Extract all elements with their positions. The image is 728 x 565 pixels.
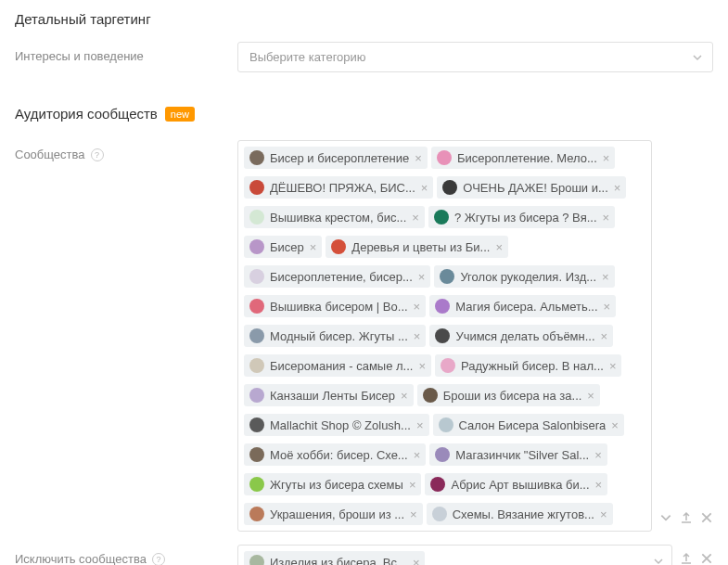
- community-tag: Броши из бисера на за...×: [417, 384, 600, 406]
- upload-icon[interactable]: [680, 552, 693, 565]
- community-tag-label: ОЧЕНЬ ДАЖЕ! Броши и...: [463, 181, 607, 195]
- community-tag-label: Изделия из бисера. Вс...: [270, 556, 407, 566]
- tag-remove-icon[interactable]: ×: [416, 418, 424, 432]
- tag-remove-icon[interactable]: ×: [421, 181, 428, 195]
- communities-label: Сообщества: [15, 148, 85, 161]
- close-icon[interactable]: [700, 511, 713, 524]
- community-tag: Бисероплетение. Мело...×: [431, 147, 616, 169]
- community-tag-label: Учимся делать объёмн...: [455, 329, 594, 343]
- tag-remove-icon[interactable]: ×: [602, 270, 609, 284]
- community-tag-label: Броши из бисера на за...: [443, 389, 582, 403]
- community-avatar: [423, 388, 438, 403]
- community-avatar: [249, 180, 264, 195]
- community-tag-label: Радужный бисер. В нал...: [461, 359, 604, 373]
- tag-remove-icon[interactable]: ×: [495, 240, 503, 254]
- community-avatar: [249, 555, 264, 565]
- tag-remove-icon[interactable]: ×: [611, 418, 619, 432]
- community-tag: ОЧЕНЬ ДАЖЕ! Броши и...×: [437, 176, 626, 199]
- community-avatar: [440, 269, 454, 284]
- community-avatar: [441, 358, 455, 373]
- tag-remove-icon[interactable]: ×: [595, 478, 603, 492]
- exclude-label: Исключить сообщества: [15, 552, 147, 565]
- tag-remove-icon[interactable]: ×: [418, 359, 426, 373]
- community-tag: Салон Бисера Salonbisera×: [433, 414, 624, 436]
- interests-select[interactable]: Выберите категорию: [237, 42, 713, 72]
- community-tag-label: Деревья и цветы из Би...: [351, 240, 490, 254]
- community-avatar: [249, 477, 264, 492]
- community-avatar: [435, 447, 450, 462]
- tag-remove-icon[interactable]: ×: [587, 389, 594, 403]
- community-avatar: [249, 210, 264, 225]
- tag-remove-icon[interactable]: ×: [401, 389, 408, 403]
- community-tag-label: Вышивка бисером | Во...: [270, 300, 408, 314]
- community-tag-label: Бисер: [270, 240, 304, 254]
- community-tag: Бисер×: [244, 236, 322, 258]
- chevron-down-icon: [653, 556, 664, 565]
- tag-remove-icon[interactable]: ×: [603, 151, 610, 165]
- community-tag: ДЁШЕВО! ПРЯЖА, БИС...×: [244, 176, 433, 199]
- tag-remove-icon[interactable]: ×: [604, 300, 611, 314]
- tag-remove-icon[interactable]: ×: [410, 507, 417, 521]
- community-avatar: [331, 239, 346, 254]
- exclude-side-actions: [680, 545, 713, 565]
- community-avatar: [249, 328, 264, 343]
- community-avatar: [249, 388, 264, 403]
- tag-remove-icon[interactable]: ×: [594, 448, 602, 462]
- community-tag: Mallachit Shop © Zolush...×: [244, 414, 429, 436]
- community-tag: Уголок рукоделия. Изд...×: [434, 265, 614, 288]
- community-avatar: [249, 150, 264, 165]
- tag-remove-icon[interactable]: ×: [412, 211, 419, 225]
- tag-remove-icon[interactable]: ×: [414, 448, 421, 462]
- tag-remove-icon[interactable]: ×: [601, 329, 608, 343]
- community-tag-label: Магазинчик "Silver Sal...: [455, 448, 589, 462]
- community-avatar: [249, 358, 264, 373]
- help-icon[interactable]: ?: [152, 553, 165, 566]
- community-tag: Радужный бисер. В нал...×: [435, 354, 621, 377]
- community-tag-label: Канзаши Ленты Бисер: [270, 389, 395, 403]
- help-icon[interactable]: ?: [91, 148, 104, 161]
- tag-remove-icon[interactable]: ×: [414, 300, 421, 314]
- community-tag-label: Mallachit Shop © Zolush...: [270, 418, 411, 432]
- tag-remove-icon[interactable]: ×: [310, 240, 317, 254]
- tag-remove-icon[interactable]: ×: [413, 556, 420, 566]
- community-avatar: [435, 328, 450, 343]
- community-tag-label: Моё хобби: бисер. Схе...: [270, 448, 408, 462]
- community-tag-label: Бисероплетение. Мело...: [457, 151, 597, 165]
- community-avatar: [437, 150, 452, 165]
- communities-input[interactable]: Бисер и бисероплетение×Бисероплетение. М…: [237, 140, 652, 532]
- community-tag: Схемы. Вязание жгутов...×: [427, 503, 613, 525]
- community-tag-label: Украшения, броши из ...: [270, 507, 404, 521]
- tag-remove-icon[interactable]: ×: [414, 329, 421, 343]
- community-tag-label: Модный бисер. Жгуты ...: [270, 329, 408, 343]
- community-tag-label: Магия бисера. Альметь...: [455, 300, 597, 314]
- community-tag-label: Вышивка крестом, бис...: [270, 211, 406, 225]
- tag-remove-icon[interactable]: ×: [600, 507, 607, 521]
- community-avatar: [249, 239, 264, 254]
- upload-icon[interactable]: [680, 511, 693, 524]
- community-tag: Вышивка бисером | Во...×: [244, 295, 426, 317]
- community-avatar: [430, 477, 445, 492]
- community-tag: Моё хобби: бисер. Схе...×: [244, 443, 426, 466]
- community-tag: Канзаши Ленты Бисер×: [244, 384, 414, 406]
- interests-label: Интересы и поведение: [15, 42, 237, 63]
- community-avatar: [249, 417, 264, 432]
- tag-remove-icon[interactable]: ×: [418, 270, 426, 284]
- tag-remove-icon[interactable]: ×: [603, 211, 610, 225]
- community-tag: Вышивка крестом, бис...×: [244, 206, 425, 228]
- community-avatar: [442, 180, 457, 195]
- community-tag-label: Салон Бисера Salonbisera: [459, 418, 607, 432]
- community-avatar: [434, 210, 449, 225]
- tag-remove-icon[interactable]: ×: [409, 478, 416, 492]
- close-icon[interactable]: [700, 552, 713, 565]
- tag-remove-icon[interactable]: ×: [609, 359, 617, 373]
- community-tag: Учимся делать объёмн...×: [429, 325, 613, 347]
- tag-remove-icon[interactable]: ×: [614, 181, 621, 195]
- tag-remove-icon[interactable]: ×: [415, 151, 422, 165]
- detailed-targeting-title: Детальный таргетинг: [15, 11, 713, 27]
- chevron-down-icon[interactable]: [659, 511, 672, 524]
- community-tag-label: Жгуты из бисера схемы: [270, 478, 403, 492]
- community-tag-label: Бисер и бисероплетение: [270, 151, 409, 165]
- community-tag: Магия бисера. Альметь...×: [429, 295, 616, 317]
- community-tag-label: Абрис Арт вышивка би...: [451, 478, 589, 492]
- exclude-input[interactable]: Изделия из бисера. Вс...×: [237, 545, 672, 565]
